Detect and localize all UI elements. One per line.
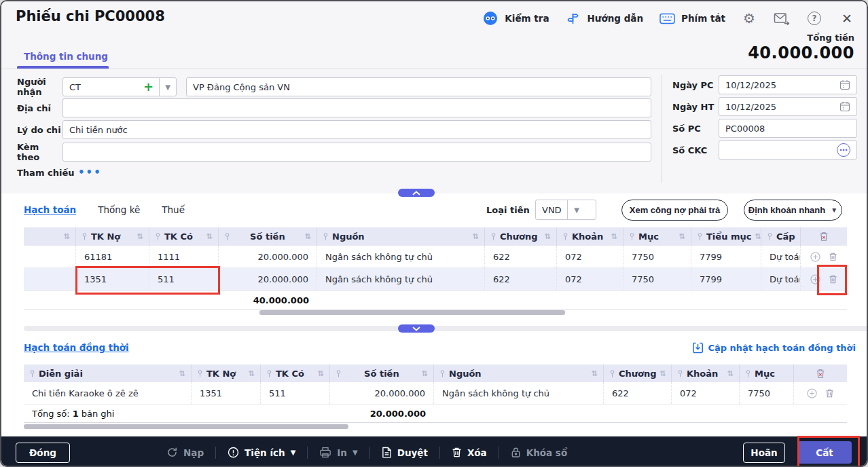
shortcut-button[interactable]: Phím tắt <box>658 10 725 27</box>
voucher-date-input[interactable]: 10/12/2025 <box>719 75 857 94</box>
col-tk-co[interactable]: TK Có⇅ <box>261 365 330 382</box>
pin-icon[interactable] <box>155 233 161 240</box>
voucher-no-input[interactable]: PC00008 <box>719 119 857 138</box>
attachment-input[interactable] <box>62 143 651 162</box>
save-button[interactable]: Cất <box>797 441 852 464</box>
pin-icon[interactable] <box>609 370 615 377</box>
help-icon[interactable]: ? <box>806 10 823 27</box>
col-chuong[interactable]: Chương⇅ <box>485 227 557 246</box>
currency-select[interactable]: VND ▼ <box>535 200 596 220</box>
view-payables-button[interactable]: Xem công nợ phải trả <box>621 200 728 221</box>
table-row[interactable]: 61181 1111 20.000.000 Ngân sách không tự… <box>24 246 847 268</box>
cell-tk-no[interactable]: 61181 <box>76 246 149 267</box>
check-button[interactable]: Kiểm tra <box>482 10 549 27</box>
cell-khoan[interactable]: 072 <box>557 268 623 291</box>
cell-nguon[interactable]: Ngân sách không tự chủ <box>317 268 485 291</box>
guide-button[interactable]: Hướng dẫn <box>564 10 644 27</box>
cell-tk-co[interactable]: 1111 <box>149 246 219 267</box>
delete-row-icon[interactable] <box>825 388 834 398</box>
collapse-form-button[interactable] <box>398 189 435 197</box>
cell-muc[interactable]: 7750 <box>623 268 691 291</box>
recipient-code-combo[interactable]: CT + ▼ <box>62 77 177 96</box>
ckc-no-input[interactable]: ⋯ <box>719 141 857 160</box>
collapse-section-button[interactable] <box>398 324 435 333</box>
col-muc[interactable]: Mục <box>740 365 794 382</box>
tab-thong-ke[interactable]: Thống kê <box>98 204 140 215</box>
table-row[interactable]: Chi tiền Karaoke ô zê zê 1351 511 20.000… <box>24 382 847 405</box>
print-button[interactable]: In ▼ <box>319 447 357 458</box>
col-chuong[interactable]: Chương⇅ <box>604 365 672 382</box>
cell-tk-co[interactable]: 511 <box>149 268 219 291</box>
settings-gear-icon[interactable]: ⚙ <box>740 10 758 27</box>
lock-button[interactable]: Khóa sổ <box>511 447 567 458</box>
col-dien-giai[interactable]: Diễn giải⇅ <box>24 365 192 382</box>
pin-icon[interactable] <box>82 233 88 240</box>
close-icon[interactable]: ✕ <box>838 10 856 27</box>
cell-chuong[interactable]: 622 <box>485 246 557 267</box>
col-muc[interactable]: Mục⇅ <box>623 227 691 246</box>
table-row-selected[interactable]: 1351 511 20.000.000 Ngân sách không tự c… <box>24 268 847 291</box>
update-simultaneous-button[interactable]: Cập nhật hạch toán đồng thời <box>693 342 856 354</box>
recipient-dropdown-caret[interactable]: ▼ <box>159 78 176 96</box>
col-tk-no[interactable]: TK Nợ⇅ <box>192 365 261 382</box>
cell-khoan[interactable]: 072 <box>557 246 623 267</box>
cell-so-tien[interactable]: 20.000.000 <box>219 268 317 291</box>
pin-icon[interactable] <box>197 370 203 377</box>
add-row-icon[interactable] <box>810 252 820 262</box>
cell-nguon[interactable]: Ngân sách không tự chủ <box>317 246 485 267</box>
cell-tk-no[interactable]: 1351 <box>192 382 261 404</box>
address-input[interactable] <box>62 98 651 117</box>
delete-row-icon[interactable] <box>829 252 837 262</box>
cell-so-tien[interactable]: 20.000.000 <box>219 246 317 267</box>
pin-icon[interactable] <box>745 370 751 377</box>
cell-nguon[interactable]: Ngân sách không tự chủ <box>434 382 604 404</box>
col-khoan[interactable]: Khoản⇅ <box>557 227 623 246</box>
tab-thong-tin-chung[interactable]: Thông tin chung <box>24 51 108 62</box>
cell-chuong[interactable]: 622 <box>604 382 672 404</box>
tab-thue[interactable]: Thuế <box>162 204 185 215</box>
col-tk-no[interactable]: TK Nợ⇅ <box>76 227 149 246</box>
cell-tk-co[interactable]: 511 <box>261 382 330 404</box>
col-so-tien[interactable]: Số tiền⇅ <box>330 365 434 382</box>
send-mail-icon[interactable] <box>773 10 791 27</box>
delete-all-column-icon[interactable]: × <box>801 227 847 246</box>
recipient-name-input[interactable]: VP Đảng Cộng sản VN <box>186 77 651 96</box>
posting-table-hscrollbar[interactable] <box>259 310 565 315</box>
cell-muc[interactable]: 7750 <box>740 382 794 404</box>
col-tieu-muc[interactable]: Tiểu mục⇅ <box>691 227 761 246</box>
reload-button[interactable]: Nạp <box>166 447 204 458</box>
pin-icon[interactable] <box>490 233 496 240</box>
cell-muc[interactable]: 7750 <box>623 246 691 267</box>
calendar-icon[interactable] <box>839 101 850 112</box>
add-recipient-icon[interactable]: + <box>143 81 153 93</box>
pin-icon[interactable] <box>767 233 773 240</box>
delete-button[interactable]: Xóa <box>452 447 487 458</box>
cell-tk-no[interactable]: 1351 <box>76 268 149 291</box>
cell-khoan[interactable]: 072 <box>672 382 740 404</box>
calendar-icon[interactable] <box>839 79 850 90</box>
approve-button[interactable]: Duyệt <box>382 447 428 458</box>
postpone-button[interactable]: Hoãn <box>743 443 785 463</box>
pin-icon[interactable] <box>29 370 35 377</box>
pin-icon[interactable] <box>697 233 703 240</box>
delete-row-icon[interactable] <box>829 274 837 284</box>
col-nguon[interactable]: Nguồn⇅ <box>434 365 604 382</box>
quick-posting-button[interactable]: Định khoản nhanh ▼ <box>744 200 842 221</box>
col-nguon[interactable]: Nguồn⇅ <box>317 227 485 246</box>
pin-icon[interactable] <box>677 370 683 377</box>
col-tk-co[interactable]: TK Có⇅ <box>149 227 219 246</box>
pin-icon[interactable] <box>562 233 568 240</box>
cell-cap[interactable]: Dự toán <box>761 246 801 267</box>
pin-icon[interactable] <box>224 233 230 240</box>
close-button[interactable]: Đóng <box>16 443 70 463</box>
col-so-tien[interactable]: Số tiền⇅ <box>219 227 317 246</box>
cell-dien-giai[interactable]: Chi tiền Karaoke ô zê zê <box>24 382 192 404</box>
pin-icon[interactable] <box>439 370 446 377</box>
col-rownum[interactable]: ⇅ <box>24 227 76 246</box>
reference-more-dots-icon[interactable]: ••• <box>78 166 102 179</box>
cell-tieu-muc[interactable]: 7799 <box>691 246 761 267</box>
simultaneous-table-hscrollbar[interactable] <box>24 424 348 429</box>
add-row-icon[interactable] <box>810 274 820 284</box>
tab-hach-toan[interactable]: Hạch toán <box>24 204 76 215</box>
simultaneous-posting-link[interactable]: Hạch toán đồng thời <box>24 342 129 353</box>
